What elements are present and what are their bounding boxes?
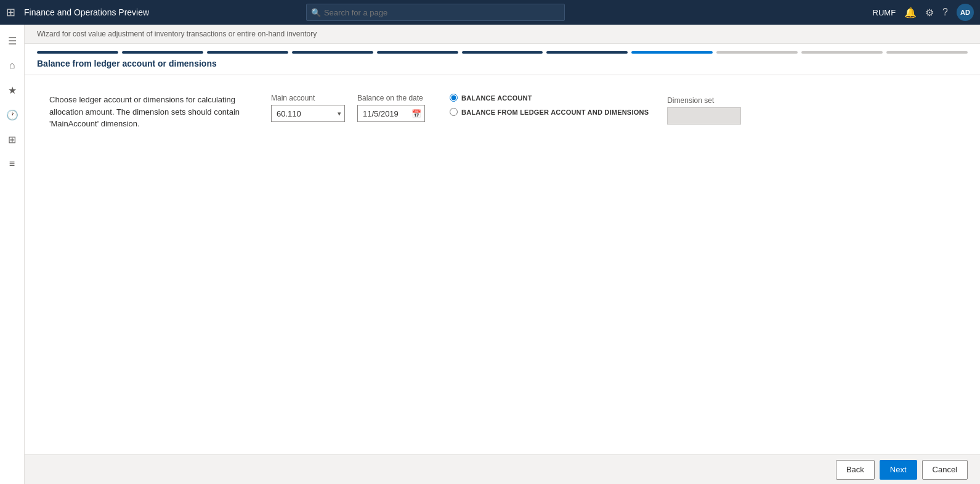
sidebar-list-icon[interactable]: ≡	[1, 153, 23, 175]
step-2	[122, 51, 203, 54]
main-account-label: Main account	[271, 94, 345, 102]
breadcrumb: Wizard for cost value adjustment of inve…	[25, 25, 980, 44]
main-account-select[interactable]: 60.110	[271, 105, 345, 122]
sidebar-home-icon[interactable]: ⌂	[1, 54, 23, 76]
step-3	[207, 51, 288, 54]
radio-balance-account[interactable]	[450, 94, 458, 102]
settings-icon[interactable]: ⚙	[925, 7, 934, 18]
radio-ledger-item[interactable]: BALANCE FROM LEDGER ACCOUNT AND DIMENSIO…	[450, 108, 649, 116]
avatar[interactable]: AD	[957, 4, 974, 21]
step-4	[292, 51, 373, 54]
wizard-title: Balance from ledger account or dimension…	[37, 59, 968, 75]
radio-balance-account-label: BALANCE ACCOUNT	[461, 94, 532, 102]
cancel-button[interactable]: Cancel	[922, 460, 968, 480]
step-9	[716, 51, 798, 54]
main-account-select-wrapper: 60.110	[271, 105, 345, 122]
next-button[interactable]: Next	[880, 460, 917, 480]
sidebar: ☰ ⌂ ★ 🕐 ⊞ ≡	[0, 25, 25, 484]
balance-date-label: Balance on the date	[357, 94, 425, 102]
sidebar-workspaces-icon[interactable]: ⊞	[1, 128, 23, 150]
progress-steps	[37, 51, 968, 54]
step-10	[801, 51, 883, 54]
footer: Back Next Cancel	[25, 454, 980, 484]
sidebar-favorites-icon[interactable]: ★	[1, 79, 23, 101]
dimension-set-field: Dimension set	[667, 96, 741, 125]
app-title: Finance and Operations Preview	[24, 7, 149, 17]
date-input-wrapper: 📅	[357, 105, 425, 122]
layout: ☰ ⌂ ★ 🕐 ⊞ ≡ Wizard for cost value adjust…	[0, 25, 980, 484]
username-label: RUMF	[873, 8, 896, 17]
radio-ledger[interactable]	[450, 108, 458, 116]
dimension-set-input[interactable]	[667, 107, 741, 125]
step-5	[377, 51, 458, 54]
search-icon: 🔍	[311, 8, 321, 17]
wizard-progress: Balance from ledger account or dimension…	[25, 44, 980, 75]
search-bar: 🔍	[306, 4, 565, 21]
main-account-field: Main account 60.110	[271, 94, 345, 122]
step-11	[886, 51, 968, 54]
dimension-set-label: Dimension set	[667, 96, 741, 105]
form-row-top: Main account 60.110 Balance on the date	[271, 94, 741, 125]
radio-group: BALANCE ACCOUNT BALANCE FROM LEDGER ACCO…	[450, 94, 649, 116]
step-8	[631, 51, 713, 54]
radio-balance-account-item[interactable]: BALANCE ACCOUNT	[450, 94, 649, 102]
step-1	[37, 51, 118, 54]
balance-date-field: Balance on the date 📅	[357, 94, 425, 122]
radio-section: BALANCE ACCOUNT BALANCE FROM LEDGER ACCO…	[450, 94, 741, 125]
search-input[interactable]	[306, 4, 565, 21]
radio-ledger-label: BALANCE FROM LEDGER ACCOUNT AND DIMENSIO…	[461, 109, 649, 116]
sidebar-menu-icon[interactable]: ☰	[1, 30, 23, 52]
form-description: Choose ledger account or dimensions for …	[49, 94, 246, 130]
notification-icon[interactable]: 🔔	[904, 7, 917, 18]
step-7	[546, 51, 628, 54]
topbar-right: RUMF 🔔 ⚙ ? AD	[873, 4, 974, 21]
topbar: ⊞ Finance and Operations Preview 🔍 RUMF …	[0, 0, 980, 25]
calendar-icon[interactable]: 📅	[411, 109, 421, 118]
sidebar-recent-icon[interactable]: 🕐	[1, 104, 23, 126]
help-icon[interactable]: ?	[942, 7, 948, 18]
grid-icon[interactable]: ⊞	[6, 6, 15, 19]
main-content: Wizard for cost value adjustment of inve…	[25, 25, 980, 484]
step-6	[462, 51, 543, 54]
back-button[interactable]: Back	[836, 460, 875, 480]
content-area: Choose ledger account or dimensions for …	[25, 75, 980, 454]
